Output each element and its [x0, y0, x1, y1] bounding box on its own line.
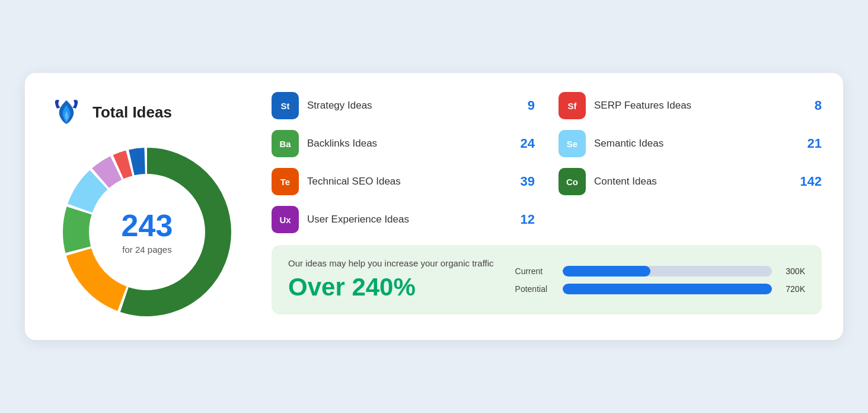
total-ideas-subtitle: for 24 pages	[122, 244, 173, 255]
current-bar-fill	[563, 266, 650, 277]
current-label: Current	[515, 266, 556, 276]
idea-count: 21	[798, 136, 822, 151]
ideas-grid: StStrategy Ideas9SfSERP Features Ideas8B…	[272, 92, 822, 233]
potential-traffic-row: Potential 720K	[515, 284, 805, 294]
idea-count: 142	[798, 174, 822, 189]
idea-label: Backlinks Ideas	[307, 138, 503, 150]
idea-label: Semantic Ideas	[594, 138, 790, 150]
idea-label: Content Ideas	[594, 176, 790, 188]
idea-count: 24	[511, 136, 535, 151]
donut-chart: 243 for 24 pages	[58, 143, 236, 321]
idea-row[interactable]: CoContent Ideas142	[559, 168, 822, 195]
banner-subtitle: Our ideas may help you increase your org…	[288, 258, 494, 268]
banner-right: Current 300K Potential 720K	[515, 266, 805, 294]
idea-label: Technical SEO Ideas	[307, 176, 503, 188]
idea-count: 12	[511, 212, 535, 227]
current-bar-track	[563, 266, 772, 277]
main-card: Total Ideas 243 for 24 pages StStrategy …	[25, 73, 843, 340]
idea-label: User Experience Ideas	[307, 214, 503, 225]
logo-title-area: Total Ideas	[46, 92, 172, 132]
potential-value: 720K	[779, 284, 805, 294]
idea-count: 39	[511, 174, 535, 189]
idea-count: 8	[798, 98, 822, 113]
idea-badge: Te	[272, 168, 299, 195]
idea-label: Strategy Ideas	[307, 100, 503, 112]
idea-row[interactable]: UxUser Experience Ideas12	[272, 206, 535, 233]
donut-center: 243 for 24 pages	[122, 210, 173, 255]
idea-badge: Sf	[559, 92, 586, 119]
potential-bar-track	[563, 284, 772, 294]
idea-label: SERP Features Ideas	[594, 100, 790, 112]
traffic-banner: Our ideas may help you increase your org…	[272, 245, 822, 314]
page-title: Total Ideas	[92, 103, 172, 122]
idea-count: 9	[511, 98, 535, 113]
idea-row[interactable]: BaBacklinks Ideas24	[272, 130, 535, 157]
banner-highlight: Over 240%	[288, 273, 494, 301]
banner-left: Our ideas may help you increase your org…	[288, 258, 494, 301]
idea-row[interactable]: TeTechnical SEO Ideas39	[272, 168, 535, 195]
idea-badge: Co	[559, 168, 586, 195]
idea-badge: Ux	[272, 206, 299, 233]
current-value: 300K	[779, 266, 805, 276]
idea-badge: St	[272, 92, 299, 119]
total-ideas-number: 243	[122, 210, 173, 241]
potential-bar-fill	[563, 284, 772, 294]
brand-logo-icon	[46, 92, 87, 132]
idea-badge: Se	[559, 130, 586, 157]
potential-label: Potential	[515, 284, 556, 294]
idea-row[interactable]: StStrategy Ideas9	[272, 92, 535, 119]
idea-row[interactable]: SeSemantic Ideas21	[559, 130, 822, 157]
idea-badge: Ba	[272, 130, 299, 157]
current-traffic-row: Current 300K	[515, 266, 805, 277]
left-section: Total Ideas 243 for 24 pages	[46, 92, 248, 321]
right-section: StStrategy Ideas9SfSERP Features Ideas8B…	[272, 92, 822, 314]
idea-row[interactable]: SfSERP Features Ideas8	[559, 92, 822, 119]
